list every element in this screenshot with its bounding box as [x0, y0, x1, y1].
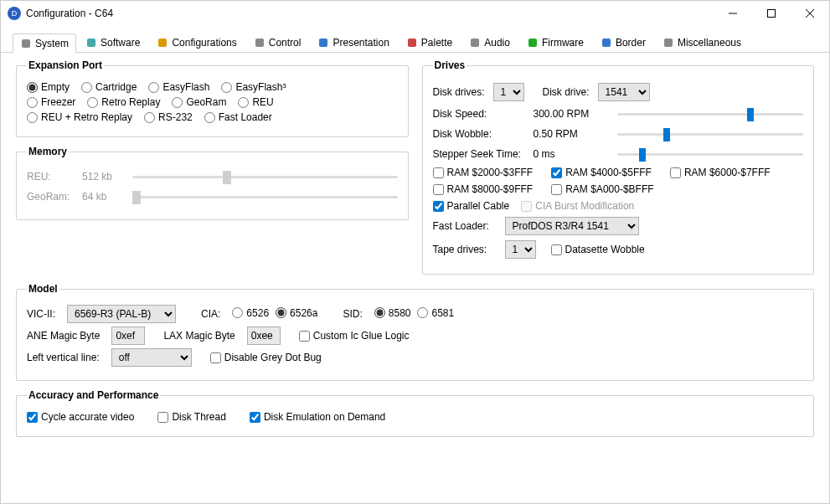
- accuracy-cycle-accurate-video[interactable]: Cycle accurate video: [27, 411, 134, 423]
- ram-check[interactable]: RAM $4000-$5FFF: [551, 167, 652, 178]
- cia-radio-6526[interactable]: 6526: [232, 307, 269, 319]
- ane-label: ANE Magic Byte: [27, 330, 100, 342]
- software-icon: [85, 37, 97, 49]
- expansion-rs-232[interactable]: RS-232: [144, 111, 193, 123]
- svg-rect-9: [408, 39, 416, 47]
- accuracy-group: Accuracy and Performance Cycle accurate …: [16, 389, 814, 437]
- expansion-easyflash-[interactable]: EasyFlash³: [221, 81, 286, 93]
- tab-firmware[interactable]: Firmware: [519, 33, 591, 52]
- cia-radio-6526a[interactable]: 6526a: [276, 307, 317, 319]
- tab-content: Expansion Port EmptyCartridgeEasyFlashEa…: [1, 53, 829, 503]
- tab-bar: SystemSoftwareConfigurationsControlPrese…: [1, 26, 829, 53]
- ram-check[interactable]: RAM $A000-$BFFF: [551, 183, 653, 195]
- svg-rect-11: [528, 39, 537, 47]
- disk-speed-value: 300.00 RPM: [534, 108, 609, 120]
- svg-rect-5: [87, 39, 95, 47]
- sid-radio-6581[interactable]: 6581: [417, 307, 454, 319]
- datasette-wobble-check[interactable]: Datasette Wobble: [551, 244, 645, 255]
- reu-label: REU:: [27, 171, 74, 183]
- audio-icon: [469, 37, 481, 49]
- disk-wobble-slider[interactable]: [617, 126, 804, 141]
- tab-configurations[interactable]: Configurations: [149, 33, 244, 52]
- tab-palette[interactable]: Palette: [399, 33, 460, 52]
- expansion-retro-replay[interactable]: Retro Replay: [87, 96, 160, 108]
- app-icon: D: [8, 7, 21, 20]
- seek-time-value: 0 ms: [534, 148, 609, 160]
- control-icon: [254, 37, 265, 49]
- expansion-reu-retro-replay[interactable]: REU + Retro Replay: [27, 111, 132, 123]
- disk-drives-select[interactable]: 1: [493, 83, 524, 101]
- disk-speed-label: Disk Speed:: [433, 108, 525, 120]
- svg-rect-6: [158, 39, 167, 47]
- tape-drives-label: Tape drives:: [433, 244, 497, 255]
- greydot-check[interactable]: Disable Grey Dot Bug: [210, 352, 322, 363]
- tab-presentation[interactable]: Presentation: [310, 33, 396, 52]
- disk-wobble-label: Disk Wobble:: [433, 128, 525, 140]
- minimize-button[interactable]: [714, 1, 752, 26]
- tab-system[interactable]: System: [13, 33, 76, 53]
- expansion-easyflash[interactable]: EasyFlash: [148, 81, 209, 93]
- presentation-icon: [317, 37, 329, 49]
- ram-check[interactable]: RAM $8000-$9FFF: [433, 183, 534, 195]
- model-legend: Model: [27, 283, 59, 295]
- vic-label: VIC-II:: [27, 308, 55, 320]
- expansion-reu[interactable]: REU: [238, 96, 273, 108]
- ane-input[interactable]: [111, 327, 145, 345]
- memory-group: Memory REU: 512 kb GeoRam: 64 kb: [16, 146, 409, 220]
- svg-rect-7: [255, 39, 264, 47]
- tab-audio[interactable]: Audio: [461, 33, 518, 52]
- firmware-icon: [527, 37, 539, 49]
- georam-label: GeoRam:: [27, 191, 74, 203]
- tab-miscellaneous[interactable]: Miscellaneous: [655, 33, 749, 52]
- disk-drives-label: Disk drives:: [433, 86, 485, 98]
- ram-check[interactable]: RAM $6000-$7FFF: [670, 167, 771, 178]
- lvl-select[interactable]: off: [111, 348, 192, 367]
- accuracy-disk-thread[interactable]: Disk Thread: [157, 411, 225, 423]
- accuracy-disk-emulation-on-demand[interactable]: Disk Emulation on Demand: [250, 411, 385, 423]
- georam-value: 64 kb: [82, 191, 124, 203]
- miscellaneous-icon: [662, 37, 674, 49]
- vic-select[interactable]: 6569-R3 (PAL-B): [67, 305, 176, 323]
- tab-control[interactable]: Control: [246, 33, 309, 52]
- tape-drives-select[interactable]: 1: [505, 240, 536, 259]
- tab-border[interactable]: Border: [593, 33, 653, 52]
- fastloader-select[interactable]: ProfDOS R3/R4 1541: [505, 217, 639, 235]
- maximize-button[interactable]: [752, 1, 791, 26]
- cia-label: CIA:: [201, 308, 220, 320]
- expansion-legend: Expansion Port: [27, 59, 104, 71]
- disk-speed-slider[interactable]: [617, 106, 804, 121]
- close-button[interactable]: [791, 1, 829, 26]
- config-window: D Configuration - C64 SystemSoftwareConf…: [0, 0, 830, 504]
- system-icon: [20, 38, 32, 49]
- window-title: Configuration - C64: [26, 8, 714, 19]
- expansion-cartridge[interactable]: Cartridge: [81, 81, 137, 93]
- reu-slider[interactable]: [132, 169, 398, 184]
- custom-glue-check[interactable]: Custom Ic Glue Logic: [299, 330, 410, 342]
- drives-legend: Drives: [433, 59, 467, 71]
- sid-radio-8580[interactable]: 8580: [374, 307, 411, 319]
- svg-rect-1: [768, 10, 776, 18]
- accuracy-legend: Accuracy and Performance: [27, 389, 160, 401]
- expansion-fast-loader[interactable]: Fast Loader: [204, 111, 272, 123]
- georam-slider[interactable]: [132, 189, 398, 204]
- configurations-icon: [157, 37, 168, 49]
- svg-rect-8: [319, 39, 327, 47]
- memory-legend: Memory: [27, 146, 69, 157]
- tab-software[interactable]: Software: [78, 33, 147, 52]
- drives-group: Drives Disk drives: 1 Disk drive: 1541 D…: [422, 59, 815, 275]
- model-group: Model VIC-II: 6569-R3 (PAL-B) CIA: 65266…: [16, 283, 814, 381]
- expansion-freezer[interactable]: Freezer: [27, 96, 75, 108]
- lvl-label: Left vertical line:: [27, 352, 100, 363]
- seek-time-label: Stepper Seek Time:: [433, 148, 525, 160]
- ram-check[interactable]: RAM $2000-$3FFF: [433, 167, 534, 178]
- border-icon: [601, 37, 612, 49]
- cia-burst-check: CIA Burst Modification: [521, 200, 634, 212]
- disk-drive-select[interactable]: 1541: [598, 83, 650, 101]
- expansion-georam[interactable]: GeoRam: [172, 96, 226, 108]
- expansion-empty[interactable]: Empty: [27, 81, 70, 93]
- lax-input[interactable]: [247, 327, 281, 345]
- svg-rect-13: [664, 39, 673, 47]
- seek-time-slider[interactable]: [617, 147, 804, 162]
- parallel-cable-check[interactable]: Parallel Cable: [433, 200, 510, 212]
- lax-label: LAX Magic Byte: [163, 330, 235, 342]
